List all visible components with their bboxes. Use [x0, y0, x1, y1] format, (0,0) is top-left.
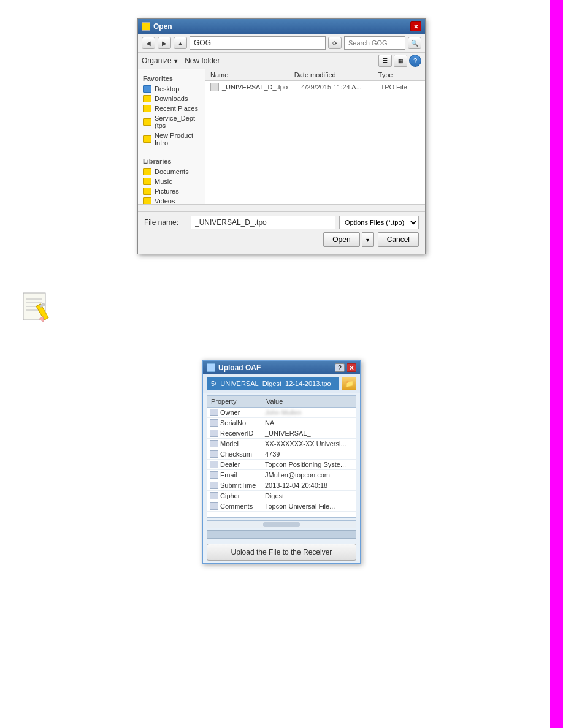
open-btn-arrow[interactable]: ▾	[362, 232, 374, 247]
service-label: Service_Dept (tps	[155, 115, 200, 129]
help-btn[interactable]: ?	[409, 55, 421, 67]
filetype-select[interactable]: Options Files (*.tpo)	[339, 216, 419, 229]
upload-filepath-row: 📁	[203, 374, 360, 393]
filename-label: File name:	[144, 218, 187, 227]
table-row[interactable]: SubmitTime 2013-12-04 20:40:18	[207, 480, 356, 491]
sidebar-item-music[interactable]: Music	[138, 176, 205, 186]
table-row[interactable]: SerialNo NA	[207, 418, 356, 428]
table-row[interactable]: Cipher Digest	[207, 491, 356, 501]
filepath-input[interactable]	[207, 377, 339, 390]
sidebar-item-new-product[interactable]: New Product Intro	[138, 131, 205, 148]
new-product-icon	[143, 135, 151, 143]
prop-icon	[210, 482, 218, 489]
path-bar[interactable]: GOG	[190, 36, 326, 50]
table-row[interactable]: Dealer Topcon Positioning Syste...	[207, 460, 356, 470]
file-name-0: _UNIVERSAL_D_.tpo	[222, 83, 301, 91]
prop-cell: Email	[207, 470, 262, 480]
upload-help-btn[interactable]: ?	[335, 363, 345, 372]
upload-file-button[interactable]: Upload the File to the Receiver	[207, 544, 356, 561]
upload-title-icon	[207, 363, 215, 372]
refresh-btn[interactable]: ⟳	[328, 37, 342, 49]
table-row[interactable]: Email JMullen@topcon.com	[207, 470, 356, 480]
value-cell: 2013-12-04 20:40:18	[262, 480, 356, 491]
value-cell: JMullen@topcon.com	[262, 470, 356, 480]
dialog-title: Open	[153, 22, 172, 31]
favorites-header: Favorites	[138, 73, 205, 84]
new-folder-btn[interactable]: New folder	[185, 56, 220, 65]
prop-icon	[210, 450, 218, 458]
sidebar-item-desktop[interactable]: Desktop	[138, 84, 205, 94]
divider-2	[18, 338, 545, 338]
value-cell: Topcon Universal File...	[262, 501, 356, 512]
table-row[interactable]: ReceiverID _UNIVERSAL_	[207, 428, 356, 439]
prop-cell: Comments	[207, 501, 262, 512]
sidebar-item-recent[interactable]: Recent Places	[138, 104, 205, 113]
upload-titlebar: Upload OAF ? ✕	[203, 361, 360, 374]
cancel-button[interactable]: Cancel	[378, 232, 419, 247]
list-view-btn[interactable]: ☰	[378, 55, 392, 67]
upload-horiz-scrollbar[interactable]	[207, 520, 356, 528]
action-row: Open ▾ Cancel	[144, 232, 419, 247]
path-text: GOG	[194, 39, 211, 47]
value-cell: _UNIVERSAL_	[262, 428, 356, 439]
prop-icon	[210, 430, 218, 437]
browse-btn[interactable]: 📁	[342, 377, 356, 390]
sidebar-panel: Favorites Desktop Downloads Recent Place…	[138, 69, 205, 204]
prop-icon	[210, 419, 218, 427]
upload-titlebar-left: Upload OAF	[207, 363, 261, 372]
search-input[interactable]	[344, 36, 405, 50]
prop-icon	[210, 440, 218, 447]
up-btn[interactable]: ▲	[174, 37, 187, 49]
table-header-row: Property Value	[207, 396, 356, 408]
search-btn[interactable]: 🔍	[408, 37, 421, 49]
file-list-header: Name Date modified Type	[205, 69, 425, 81]
open-dialog: Open ✕ ◀ ▶ ▲ GOG ⟳ 🔍 Organize New folder…	[137, 18, 426, 254]
col-date-header: Date modified	[294, 71, 378, 78]
downloads-label: Downloads	[155, 95, 188, 102]
table-row[interactable]: Model XX-XXXXXX-XX Universi...	[207, 439, 356, 449]
sidebar-item-videos[interactable]: Videos	[138, 196, 205, 204]
upload-table: Property Value Owner John Mullen	[207, 396, 356, 512]
prop-cell: Dealer	[207, 460, 262, 470]
value-cell: Topcon Positioning Syste...	[262, 460, 356, 470]
progress-bar	[207, 530, 356, 539]
prop-icon	[210, 502, 218, 510]
note-section	[0, 286, 563, 328]
table-row[interactable]: Comments Topcon Universal File...	[207, 501, 356, 512]
sidebar-item-pictures[interactable]: Pictures	[138, 186, 205, 196]
sidebar-item-service[interactable]: Service_Dept (tps	[138, 113, 205, 131]
pictures-label: Pictures	[155, 188, 179, 195]
sidebar-item-downloads[interactable]: Downloads	[138, 94, 205, 104]
dialog-menu: Organize New folder ☰ ▦ ?	[138, 53, 425, 69]
table-row[interactable]: Owner John Mullen	[207, 408, 356, 418]
table-row[interactable]: Checksum 4739	[207, 449, 356, 460]
open-button[interactable]: Open	[323, 232, 359, 247]
organize-menu[interactable]: Organize	[142, 56, 178, 65]
new-product-label: New Product Intro	[155, 132, 200, 146]
file-item-0[interactable]: _UNIVERSAL_D_.tpo 4/29/2015 11:24 A... T…	[205, 81, 425, 93]
upload-dialog-container: Upload OAF ? ✕ 📁 Property Value	[0, 347, 563, 589]
prop-cell: Owner	[207, 408, 262, 418]
open-dialog-toolbar: ◀ ▶ ▲ GOG ⟳ 🔍	[138, 34, 425, 53]
videos-label: Videos	[155, 197, 175, 204]
forward-btn[interactable]: ▶	[158, 37, 171, 49]
horiz-scrollbar[interactable]	[138, 204, 425, 211]
sidebar-item-documents[interactable]: Documents	[138, 167, 205, 176]
open-btn-group: Open ▾	[323, 232, 373, 247]
col-type-header: Type	[378, 71, 420, 78]
back-btn[interactable]: ◀	[142, 37, 155, 49]
videos-icon	[143, 197, 151, 204]
recent-icon	[143, 105, 151, 112]
details-view-btn[interactable]: ▦	[394, 55, 407, 67]
libraries-header: Libraries	[138, 156, 205, 167]
service-icon	[143, 118, 151, 126]
value-cell: XX-XXXXXX-XX Universi...	[262, 439, 356, 449]
prop-cell: Model	[207, 439, 262, 449]
dialog-body: Favorites Desktop Downloads Recent Place…	[138, 69, 425, 204]
documents-label: Documents	[155, 168, 189, 175]
col-name-header: Name	[210, 71, 294, 78]
upload-close-btn[interactable]: ✕	[347, 363, 356, 372]
dialog-close-btn[interactable]: ✕	[410, 21, 421, 31]
filename-input[interactable]	[191, 216, 335, 229]
favorites-section: Favorites Desktop Downloads Recent Place…	[138, 73, 205, 148]
